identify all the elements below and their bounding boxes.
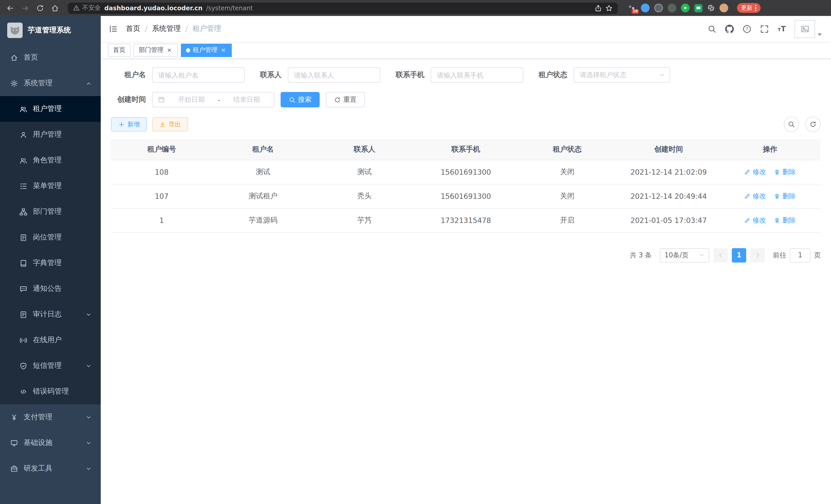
user-menu[interactable] xyxy=(795,20,822,38)
search-button[interactable]: 搜索 xyxy=(281,92,320,108)
ext-icon-badge[interactable]: 10 xyxy=(628,4,636,12)
reset-button[interactable]: 重置 xyxy=(326,92,365,108)
sidebar-item-audit[interactable]: 审计日志 xyxy=(0,302,101,327)
next-page-button[interactable] xyxy=(750,248,765,262)
search-icon[interactable] xyxy=(708,24,717,33)
breadcrumb-home[interactable]: 首页 xyxy=(126,24,140,33)
security-chip[interactable]: 不安全 xyxy=(73,4,101,12)
sidebar-item-label: 角色管理 xyxy=(33,156,62,165)
sidebar-item-role[interactable]: 角色管理 xyxy=(0,147,101,173)
breadcrumb: 首页 / 系统管理 / 租户管理 xyxy=(126,24,221,33)
delete-link[interactable]: 删除 xyxy=(774,191,796,201)
sidebar-item-post[interactable]: 岗位管理 xyxy=(0,225,101,250)
date-range-picker[interactable]: 开始日期 - 结束日期 xyxy=(152,92,275,108)
home-button[interactable] xyxy=(50,3,60,13)
status-select[interactable]: 请选择租户状态 xyxy=(574,67,670,83)
page-size-select[interactable]: 10条/页 xyxy=(660,248,709,262)
sidebar-item-dept[interactable]: 部门管理 xyxy=(0,199,101,225)
edit-link[interactable]: 修改 xyxy=(744,167,766,176)
ext-icon-chat[interactable] xyxy=(694,4,703,12)
sidebar-item-dict[interactable]: 字典管理 xyxy=(0,250,101,276)
sidebar-item-notice[interactable]: 通知公告 xyxy=(0,276,101,302)
refresh-table-button[interactable] xyxy=(805,117,821,132)
add-button[interactable]: 新增 xyxy=(111,117,147,131)
ext-icon-olive[interactable] xyxy=(667,4,676,12)
page-number-button[interactable]: 1 xyxy=(732,248,746,262)
fullscreen-icon[interactable] xyxy=(760,24,769,33)
date-start-placeholder[interactable]: 开始日期 xyxy=(169,95,213,104)
cell-id: 108 xyxy=(111,160,212,184)
tenant-name-input[interactable] xyxy=(152,67,245,83)
chevron-down-icon xyxy=(86,363,91,368)
pagination: 共 3 条 10条/页 1 前往 页 xyxy=(111,248,821,262)
yen-icon xyxy=(10,413,18,421)
tab-close-icon[interactable]: × xyxy=(220,47,227,53)
chevron-down-icon xyxy=(86,440,91,446)
profile-avatar[interactable] xyxy=(719,4,728,12)
cell-id: 107 xyxy=(111,184,212,208)
update-button[interactable]: 更新 xyxy=(737,3,760,13)
status-label: 租户状态 xyxy=(539,70,567,80)
delete-link[interactable]: 删除 xyxy=(774,215,796,225)
app-logo: 芋道管理系统 xyxy=(0,16,101,45)
edit-link[interactable]: 修改 xyxy=(744,191,766,201)
sidebar-item-sms[interactable]: 短信管理 xyxy=(0,353,101,379)
date-end-placeholder[interactable]: 结束日期 xyxy=(224,95,269,104)
breadcrumb-system[interactable]: 系统管理 xyxy=(152,24,181,33)
sidebar-item-label: 字典管理 xyxy=(33,259,62,268)
help-icon[interactable]: ? xyxy=(743,24,752,33)
url-bar[interactable]: 不安全 dashboard.yudao.iocoder.cn/system/te… xyxy=(68,2,618,13)
hide-search-button[interactable] xyxy=(784,117,799,132)
user-avatar[interactable] xyxy=(795,20,815,38)
sidebar-item-system[interactable]: 系统管理 xyxy=(0,70,101,96)
export-button-label: 导出 xyxy=(169,120,181,129)
font-size-icon[interactable]: TT xyxy=(778,25,786,32)
tab-home[interactable]: 首页 xyxy=(108,43,131,57)
forward-button[interactable] xyxy=(20,3,30,13)
delete-label: 删除 xyxy=(782,215,796,225)
goto-label: 前往 xyxy=(773,250,786,260)
ext-icon-blue[interactable] xyxy=(641,4,650,12)
tab-close-icon[interactable]: × xyxy=(166,47,173,53)
security-label: 不安全 xyxy=(82,4,101,12)
browser-menu-icon[interactable] xyxy=(755,5,756,11)
delete-link[interactable]: 删除 xyxy=(774,167,796,176)
sidebar-item-errorcode[interactable]: 错误码管理 xyxy=(0,379,101,404)
sidebar-item-user[interactable]: 用户管理 xyxy=(0,122,101,147)
message-icon xyxy=(20,285,27,293)
reload-button[interactable] xyxy=(35,3,45,13)
table-row: 108 测试 测试 15601691300 关闭 2021-12-14 21:0… xyxy=(111,160,821,184)
github-icon[interactable] xyxy=(725,24,734,33)
chevron-down-icon xyxy=(86,414,91,420)
ext-icon-dark[interactable] xyxy=(654,4,663,12)
edit-link[interactable]: 修改 xyxy=(744,215,766,225)
tab-dept[interactable]: 部门管理 × xyxy=(134,43,178,57)
ext-icon-green[interactable] xyxy=(681,4,690,12)
goto-page-input[interactable] xyxy=(790,248,810,262)
sidebar-item-infra[interactable]: 基础设施 xyxy=(0,430,101,456)
bookmark-star-icon[interactable] xyxy=(605,4,612,11)
export-button[interactable]: 导出 xyxy=(152,117,188,131)
table-header-row: 租户编号 租户名 联系人 联系手机 租户状态 创建时间 操作 xyxy=(111,139,821,160)
document-icon xyxy=(20,310,27,318)
contact-input[interactable] xyxy=(288,67,380,83)
col-header-name: 租户名 xyxy=(212,139,314,160)
filter-row-2: 创建时间 开始日期 - 结束日期 搜索 重置 xyxy=(111,92,821,108)
sidebar-item-online[interactable]: 在线用户 xyxy=(0,327,101,353)
sidebar-toggle-icon[interactable] xyxy=(101,24,126,33)
tenant-users-icon xyxy=(20,105,27,113)
tab-tenant[interactable]: 租户管理 × xyxy=(181,43,232,57)
sidebar-item-devtool[interactable]: 研发工具 xyxy=(0,456,101,481)
phone-input[interactable] xyxy=(431,67,523,83)
sidebar-item-label: 在线用户 xyxy=(33,335,62,345)
back-button[interactable] xyxy=(5,3,16,13)
sidebar-item-pay[interactable]: 支付管理 xyxy=(0,404,101,430)
cell-created: 2021-12-14 20:49:44 xyxy=(618,184,719,208)
sidebar-item-tenant[interactable]: 租户管理 xyxy=(0,96,101,122)
sidebar-item-menu[interactable]: 菜单管理 xyxy=(0,173,101,199)
prev-page-button[interactable] xyxy=(713,248,728,262)
sidebar-item-home[interactable]: 首页 xyxy=(0,45,101,70)
share-icon[interactable] xyxy=(595,4,602,11)
book-icon xyxy=(20,259,27,267)
extensions-puzzle-icon[interactable] xyxy=(707,4,715,12)
